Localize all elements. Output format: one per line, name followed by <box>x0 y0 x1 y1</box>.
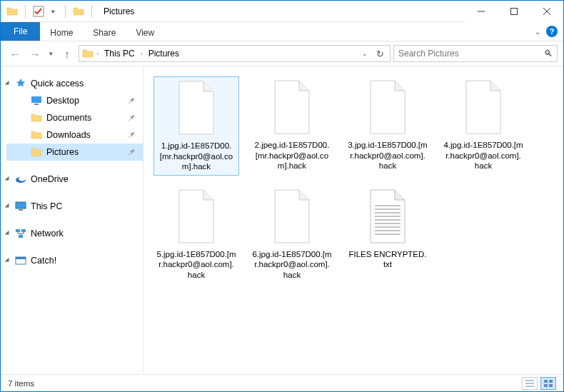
titlebar: ▾ Pictures <box>1 1 563 22</box>
file-name: 3.jpg.id-1E857D00.[mr.hackpr0@aol.com].h… <box>348 140 428 171</box>
forward-button[interactable]: → <box>26 45 44 62</box>
file-icon <box>365 79 411 140</box>
file-icon <box>173 189 219 249</box>
search-input[interactable]: Search Pictures 🔍︎ <box>393 45 558 62</box>
file-name: 5.jpg.id-1E857D00.[mr.hackpr0@aol.com].h… <box>156 249 236 280</box>
chevron-right-icon[interactable]: › <box>141 50 143 57</box>
tab-view[interactable]: View <box>126 22 164 41</box>
file-item[interactable]: FILES ENCRYPTED.txt <box>345 186 430 283</box>
folder-icon <box>31 112 42 124</box>
svg-rect-6 <box>34 104 39 105</box>
nav-label: Desktop <box>46 96 79 106</box>
navigation-pane: Quick access Desktop 📌︎ Documents 📌︎ Dow… <box>1 66 143 373</box>
icons-view-button[interactable] <box>540 377 556 390</box>
sidebar-this-pc[interactable]: This PC <box>6 198 143 215</box>
file-name: 2.jpeg.id-1E857D00.[mr.hackpr0@aol.com].… <box>252 140 332 171</box>
folder-icon <box>73 6 84 17</box>
back-button[interactable]: ← <box>6 45 24 62</box>
folder-icon <box>31 146 42 158</box>
folder-icon <box>82 48 94 59</box>
nav-label: Catch! <box>31 256 56 266</box>
file-icon <box>460 79 506 140</box>
close-button[interactable] <box>530 1 563 22</box>
file-icon <box>173 80 219 141</box>
svg-point-8 <box>19 177 26 181</box>
minimize-button[interactable] <box>465 1 498 22</box>
file-item[interactable]: 5.jpg.id-1E857D00.[mr.hackpr0@aol.com].h… <box>153 186 239 283</box>
svg-rect-13 <box>19 235 23 238</box>
item-count: 7 items <box>8 379 34 388</box>
breadcrumb-pictures[interactable]: Pictures <box>146 49 182 59</box>
file-item[interactable]: 6.jpg.id-1E857D00.[mr.hackpr0@aol.com].h… <box>249 186 335 283</box>
svg-rect-31 <box>549 384 553 387</box>
onedrive-icon <box>15 174 26 185</box>
addr-dropdown-icon[interactable]: ⌄ <box>362 50 368 57</box>
file-icon <box>269 79 315 140</box>
sidebar-onedrive[interactable]: OneDrive <box>6 171 143 188</box>
tab-home[interactable]: Home <box>40 22 83 41</box>
history-dropdown-icon[interactable]: ▾ <box>49 50 53 57</box>
file-item[interactable]: 2.jpeg.id-1E857D00.[mr.hackpr0@aol.com].… <box>249 76 335 176</box>
tab-share[interactable]: Share <box>83 22 126 41</box>
search-placeholder: Search Pictures <box>398 49 459 59</box>
sidebar-item-pictures[interactable]: Pictures 📌︎ <box>6 144 143 161</box>
pin-icon[interactable]: 📌︎ <box>127 147 136 157</box>
up-button[interactable]: ↑ <box>59 45 76 62</box>
file-item[interactable]: 1.jpg.id-1E857D00.[mr.hackpr0@aol.com].h… <box>153 76 239 176</box>
details-view-button[interactable] <box>522 377 538 390</box>
folder-icon <box>6 6 18 17</box>
file-name: 6.jpg.id-1E857D00.[mr.hackpr0@aol.com].h… <box>252 249 332 280</box>
svg-rect-2 <box>511 8 518 14</box>
file-view[interactable]: 1.jpg.id-1E857D00.[mr.hackpr0@aol.com].h… <box>143 66 563 373</box>
sidebar-quick-access[interactable]: Quick access <box>6 75 143 92</box>
svg-rect-30 <box>544 384 548 387</box>
file-item[interactable]: 4.jpg.id-1E857D00.[mr.hackpr0@aol.com].h… <box>440 76 526 176</box>
star-icon <box>15 78 26 89</box>
pin-icon[interactable]: 📌︎ <box>127 113 136 123</box>
qat-dropdown-icon[interactable]: ▾ <box>51 8 55 15</box>
svg-rect-5 <box>31 96 41 103</box>
breadcrumb-thispc[interactable]: This PC <box>101 49 138 59</box>
nav-label: OneDrive <box>31 174 69 184</box>
ribbon-expand-icon[interactable]: ⌄ <box>535 28 540 36</box>
help-icon[interactable]: ? <box>546 26 558 37</box>
file-icon <box>365 189 411 249</box>
maximize-button[interactable] <box>498 1 530 22</box>
refresh-icon[interactable]: ↻ <box>376 49 384 59</box>
separator <box>65 5 66 18</box>
sidebar-network[interactable]: Network <box>6 225 143 242</box>
network-icon <box>15 228 26 239</box>
svg-rect-11 <box>16 229 20 232</box>
file-item[interactable]: 3.jpg.id-1E857D00.[mr.hackpr0@aol.com].h… <box>345 76 430 176</box>
search-icon[interactable]: 🔍︎ <box>544 49 553 59</box>
file-name: FILES ENCRYPTED.txt <box>348 249 428 270</box>
folder-icon <box>31 129 42 141</box>
sidebar-item-documents[interactable]: Documents 📌︎ <box>6 109 143 126</box>
pin-icon[interactable]: 📌︎ <box>127 96 136 106</box>
nav-label: Network <box>31 228 64 238</box>
nav-label: Downloads <box>46 130 91 140</box>
file-name: 4.jpg.id-1E857D00.[mr.hackpr0@aol.com].h… <box>443 140 523 171</box>
file-icon <box>269 189 315 249</box>
pin-icon[interactable]: 📌︎ <box>127 130 136 140</box>
svg-rect-15 <box>16 257 26 259</box>
folder-icon <box>31 95 42 106</box>
file-tab[interactable]: File <box>1 22 40 41</box>
sidebar-catch[interactable]: Catch! <box>6 252 143 269</box>
address-bar[interactable]: › This PC › Pictures ⌄ ↻ <box>79 45 391 62</box>
pc-icon <box>15 201 26 212</box>
catch-icon <box>15 255 26 266</box>
nav-label: Quick access <box>31 79 84 89</box>
sidebar-item-desktop[interactable]: Desktop 📌︎ <box>6 92 143 109</box>
separator <box>25 5 26 18</box>
ribbon: File Home Share View ⌄ ? <box>1 22 563 41</box>
sidebar-item-downloads[interactable]: Downloads 📌︎ <box>6 126 143 144</box>
separator <box>91 5 92 18</box>
svg-rect-10 <box>19 209 23 211</box>
chevron-right-icon[interactable]: › <box>96 50 99 57</box>
nav-label: Documents <box>46 113 91 123</box>
svg-rect-9 <box>16 202 26 208</box>
quick-access-toolbar: ▾ Pictures <box>1 5 134 18</box>
checkbox-icon[interactable] <box>33 6 44 17</box>
file-name: 1.jpg.id-1E857D00.[mr.hackpr0@aol.com].h… <box>157 141 236 171</box>
